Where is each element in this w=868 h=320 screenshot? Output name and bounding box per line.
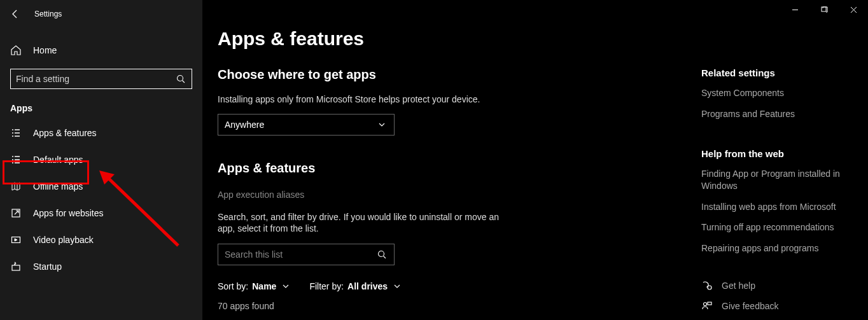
main-content: Apps & features Choose where to get apps… [202, 0, 868, 320]
related-link-programs-features[interactable]: Programs and Features [701, 108, 855, 120]
app-source-dropdown[interactable]: Anywhere [218, 114, 395, 136]
svg-point-7 [704, 303, 707, 306]
help-link-repairing[interactable]: Repairing apps and programs [701, 242, 855, 254]
sort-by-dropdown[interactable]: Sort by: Name [218, 281, 291, 292]
give-feedback-link[interactable]: Give feedback [701, 300, 855, 312]
help-link-installing-webapps[interactable]: Installing web apps from Microsoft [701, 201, 855, 213]
feedback-icon [701, 300, 713, 312]
sidebar-item-label: Apps & features [33, 128, 97, 138]
sidebar-item-apps-websites[interactable]: Apps for websites [0, 200, 202, 226]
sidebar-item-label: Video playback [33, 235, 94, 245]
apps-found-count: 70 apps found [218, 301, 673, 311]
section-desc-apps: Search, sort, and filter by drive. If yo… [218, 211, 510, 234]
sidebar-section-label: Apps [0, 93, 202, 120]
sort-label: Sort by: [218, 281, 248, 291]
close-button[interactable] [839, 0, 868, 19]
map-icon [10, 181, 22, 192]
related-settings-title: Related settings [701, 67, 855, 78]
sidebar-item-apps-features[interactable]: Apps & features [0, 120, 202, 146]
sidebar-home-label: Home [33, 45, 57, 55]
svg-point-0 [178, 76, 183, 81]
get-help-label: Get help [722, 281, 755, 291]
window-title: Settings [34, 10, 62, 18]
page-title: Apps & features [218, 28, 673, 50]
list-icon [10, 127, 22, 139]
window-caption-buttons [780, 0, 868, 19]
startup-icon [10, 261, 22, 272]
chevron-down-icon [280, 281, 291, 292]
sidebar-item-startup[interactable]: Startup [0, 253, 202, 280]
svg-point-5 [379, 251, 384, 256]
sidebar: Settings Home Apps Apps & features [0, 0, 202, 320]
filter-label: Filter by: [309, 281, 344, 291]
search-icon [376, 249, 388, 260]
chevron-down-icon [376, 119, 388, 130]
search-icon [175, 73, 186, 85]
sidebar-item-label: Startup [33, 261, 62, 272]
home-icon [10, 45, 22, 56]
app-list-search[interactable] [218, 244, 395, 265]
section-heading-where: Choose where to get apps [218, 67, 673, 82]
sidebar-item-label: Default apps [33, 155, 83, 165]
sidebar-search[interactable] [10, 69, 192, 89]
help-link-finding-app[interactable]: Finding App or Program installed in Wind… [701, 168, 855, 192]
sidebar-item-offline-maps[interactable]: Offline maps [0, 173, 202, 200]
filter-by-dropdown[interactable]: Filter by: All drives [309, 281, 403, 292]
svg-rect-4 [822, 7, 826, 11]
related-link-system-components[interactable]: System Components [701, 87, 855, 99]
svg-point-6 [708, 286, 711, 289]
sidebar-item-default-apps[interactable]: Default apps [0, 146, 202, 173]
chevron-down-icon [391, 281, 403, 292]
help-link-turning-off[interactable]: Turning off app recommendations [701, 221, 855, 233]
arrow-left-icon [10, 9, 20, 19]
minimize-button[interactable] [780, 0, 809, 19]
sidebar-home[interactable]: Home [0, 38, 202, 62]
sort-value: Name [252, 281, 276, 291]
section-desc-where: Installing apps only from Microsoft Stor… [218, 94, 510, 105]
give-feedback-label: Give feedback [722, 301, 779, 311]
sidebar-item-video-playback[interactable]: Video playback [0, 226, 202, 253]
maximize-button[interactable] [809, 0, 839, 19]
back-button[interactable] [9, 8, 22, 20]
right-panel: Related settings System Components Progr… [701, 64, 855, 320]
app-list-search-input[interactable] [225, 249, 376, 260]
open-icon [10, 207, 22, 219]
filter-value: All drives [347, 281, 388, 291]
sidebar-item-label: Apps for websites [33, 208, 104, 218]
get-help-link[interactable]: Get help [701, 280, 855, 291]
dropdown-value: Anywhere [225, 120, 264, 130]
app-aliases-link[interactable]: App execution aliases [218, 190, 304, 200]
sidebar-item-label: Offline maps [33, 181, 83, 191]
help-icon [701, 280, 713, 291]
sidebar-search-input[interactable] [16, 74, 170, 84]
default-apps-icon [10, 154, 22, 165]
section-heading-apps: Apps & features [218, 161, 673, 176]
svg-rect-3 [12, 265, 20, 270]
help-web-title: Help from the web [701, 148, 855, 159]
svg-rect-8 [708, 302, 711, 305]
video-icon [10, 234, 22, 246]
